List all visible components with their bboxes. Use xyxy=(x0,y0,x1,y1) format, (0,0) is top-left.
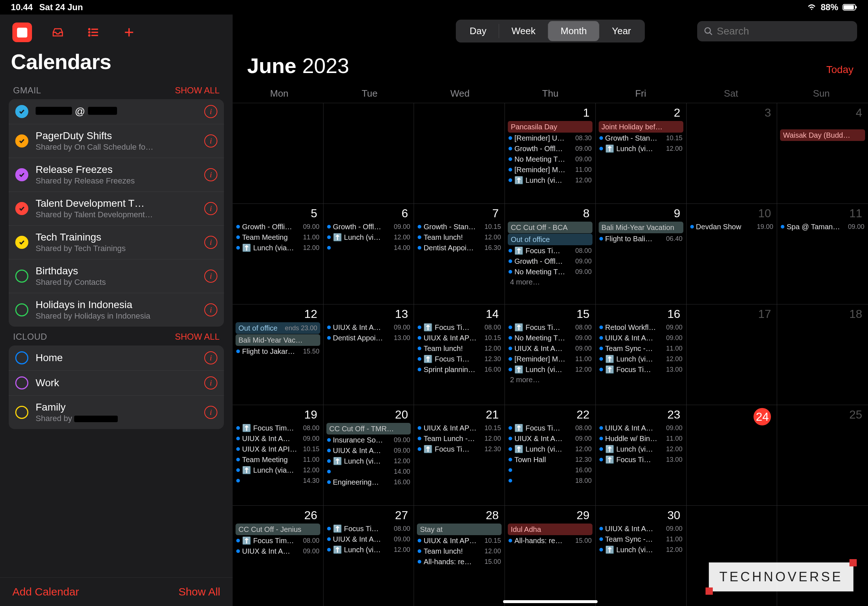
event-row[interactable]: ⬆️ Lunch (vi…12.00 xyxy=(599,354,684,364)
calendar-view-button[interactable] xyxy=(12,23,32,42)
account-show-all[interactable]: SHOW ALL xyxy=(175,332,220,342)
segment-month[interactable]: Month xyxy=(548,21,599,41)
event-bar[interactable]: Bali Mid-Year Vacation xyxy=(599,222,684,233)
day-cell[interactable]: 26CC Cut Off - Jenius⬆️ Focus Tim…08.00U… xyxy=(232,506,324,606)
day-cell[interactable]: 22⬆️ Focus Ti…08.00UIUX & Int A…09.00⬆️ … xyxy=(505,405,596,506)
event-row[interactable]: Growth - Offli…09.00 xyxy=(236,222,320,232)
event-row[interactable]: Team Meeting11.00 xyxy=(236,454,320,465)
day-cell[interactable]: 5Growth - Offli…09.00Team Meeting11.00⬆️… xyxy=(232,204,324,304)
event-row[interactable]: Team Meeting11.00 xyxy=(236,232,320,242)
event-row[interactable]: ⬆️ Focus Ti…12.30 xyxy=(417,354,502,364)
calendar-item[interactable]: Holidays in IndonesiaShared by Holidays … xyxy=(9,293,224,327)
event-row[interactable]: ⬆️ Lunch (vi…12.00 xyxy=(599,544,684,555)
event-row[interactable]: UIUX & Int A…09.00 xyxy=(236,433,320,444)
event-row[interactable]: No Meeting T…09.00 xyxy=(508,267,592,277)
event-row[interactable]: Town Hall12.30 xyxy=(508,454,592,465)
day-cell[interactable]: 21UIUX & Int AP…10.15Team Lunch -…12.00⬆… xyxy=(414,405,505,506)
event-row[interactable]: ⬆️ Lunch (vi…12.00 xyxy=(508,175,592,185)
event-row[interactable]: All-hands: re…15.00 xyxy=(508,535,592,546)
event-row[interactable]: Growth - Offl…09.00 xyxy=(326,222,411,232)
day-cell[interactable]: 18 xyxy=(777,304,868,405)
event-row[interactable]: Growth - Stan…10.15 xyxy=(417,222,502,232)
info-icon[interactable]: i xyxy=(204,406,217,419)
day-cell[interactable]: 13UIUX & Int A…09.00Dentist Appoi…13.00 xyxy=(324,304,414,405)
calendar-checkbox[interactable] xyxy=(15,303,28,317)
calendar-item[interactable]: BirthdaysShared by Contactsi xyxy=(9,260,224,293)
event-bar[interactable]: Out of office xyxy=(508,233,592,245)
day-cell[interactable]: 8CC Cut Off - BCAOut of office⬆️ Focus T… xyxy=(505,204,596,304)
event-row[interactable]: UIUX & Int A…09.00 xyxy=(508,343,592,354)
event-row[interactable]: ⬆️ Focus Ti…08.00 xyxy=(417,322,502,332)
event-row[interactable]: Retool Workfl…09.00 xyxy=(599,322,684,332)
event-row[interactable]: Sprint plannin…16.00 xyxy=(417,365,502,374)
event-bar[interactable]: Bali Mid-Year Vac… xyxy=(236,334,320,346)
calendar-item[interactable]: Tech TrainingsShared by Tech Trainingsi xyxy=(9,226,224,260)
day-cell[interactable]: 1Pancasila Day[Reminder] U…08.30Growth -… xyxy=(505,103,596,204)
event-row[interactable]: All-hands: re…15.00 xyxy=(417,557,502,567)
event-row[interactable]: Growth - Offl…09.00 xyxy=(508,256,592,266)
event-bar[interactable]: Out of officeends 23.00 xyxy=(236,322,320,334)
event-row[interactable]: UIUX & Int A…09.00 xyxy=(326,322,411,332)
info-icon[interactable]: i xyxy=(204,105,217,118)
calendar-item[interactable]: FamilyShared by i xyxy=(9,396,224,429)
event-row[interactable]: 18.00 xyxy=(508,476,592,486)
segment-day[interactable]: Day xyxy=(457,21,499,41)
event-row[interactable]: ⬆️ Lunch (via…12.00 xyxy=(236,243,320,253)
event-row[interactable]: ⬆️ Focus Tim…08.00 xyxy=(236,535,320,546)
calendar-checkbox[interactable] xyxy=(15,351,28,365)
event-row[interactable]: Flight to Jakar…15.50 xyxy=(236,346,320,356)
month-grid[interactable]: 1Pancasila Day[Reminder] U…08.30Growth -… xyxy=(232,103,868,606)
event-row[interactable]: No Meeting T…09.00 xyxy=(508,154,592,164)
event-row[interactable]: [Reminder] M…11.00 xyxy=(508,354,592,364)
event-row[interactable]: UIUX & Int AP…10.15 xyxy=(417,333,502,343)
event-row[interactable]: [Reminder] U…08.30 xyxy=(508,133,592,143)
account-show-all[interactable]: SHOW ALL xyxy=(175,85,220,96)
day-cell[interactable]: 20CC Cut Off - TMR…Insurance So…09.00UIU… xyxy=(324,405,414,506)
event-row[interactable]: 16.00 xyxy=(508,465,592,475)
info-icon[interactable]: i xyxy=(204,168,217,181)
event-row[interactable]: Team Sync -…11.00 xyxy=(599,343,684,354)
add-button[interactable] xyxy=(119,23,139,42)
info-icon[interactable]: i xyxy=(204,303,217,317)
event-row[interactable]: Team lunch!12.00 xyxy=(417,343,502,354)
calendar-checkbox[interactable] xyxy=(15,376,28,390)
event-row[interactable]: UIUX & Int A…09.00 xyxy=(326,534,411,544)
event-row[interactable]: Huddle w/ Bin…11.00 xyxy=(599,433,684,444)
event-row[interactable]: UIUX & Int A…09.00 xyxy=(236,546,320,556)
event-row[interactable]: Growth - Offl…09.00 xyxy=(508,144,592,154)
event-row[interactable]: ⬆️ Focus Ti…13.00 xyxy=(599,454,684,465)
info-icon[interactable]: i xyxy=(204,351,217,365)
calendar-item[interactable]: Homei xyxy=(9,346,224,371)
event-row[interactable]: Team lunch!12.00 xyxy=(417,232,502,242)
day-cell[interactable]: 28Stay atUIUX & Int AP…10.15Team lunch!1… xyxy=(414,506,505,606)
event-row[interactable]: Spa @ Taman…09.00 xyxy=(780,222,865,232)
event-row[interactable]: 14.30 xyxy=(236,476,320,486)
event-row[interactable]: UIUX & Int A…09.00 xyxy=(508,433,592,444)
day-cell[interactable]: 25 xyxy=(777,405,868,506)
day-cell[interactable]: 15⬆️ Focus Ti…08.00No Meeting T…09.00UIU… xyxy=(505,304,596,405)
event-row[interactable]: ⬆️ Lunch (vi…12.00 xyxy=(599,144,684,154)
day-cell[interactable]: 27⬆️ Focus Ti…08.00UIUX & Int A…09.00⬆️ … xyxy=(324,506,414,606)
event-row[interactable]: ⬆️ Focus Ti…08.00 xyxy=(508,423,592,433)
more-events[interactable]: 4 more… xyxy=(508,277,592,287)
event-row[interactable]: Dentist Appoi…16.30 xyxy=(417,243,502,253)
day-cell[interactable]: 16Retool Workfl…09.00UIUX & Int A…09.00T… xyxy=(596,304,687,405)
event-row[interactable]: UIUX & Int AP…10.15 xyxy=(417,535,502,546)
event-row[interactable]: UIUX & Int A…09.00 xyxy=(599,333,684,343)
event-bar[interactable]: CC Cut Off - Jenius xyxy=(236,524,320,535)
event-row[interactable]: Dentist Appoi…13.00 xyxy=(326,333,411,343)
day-cell[interactable]: 7Growth - Stan…10.15Team lunch!12.00Dent… xyxy=(414,204,505,304)
event-bar[interactable]: Stay at xyxy=(417,524,502,535)
calendar-checkbox[interactable] xyxy=(15,134,28,147)
day-cell[interactable]: 6Growth - Offl…09.00⬆️ Lunch (vi…12.0014… xyxy=(324,204,414,304)
calendar-item[interactable]: Talent Development T…Shared by Talent De… xyxy=(9,192,224,226)
show-all-link[interactable]: Show All xyxy=(178,586,220,598)
day-cell[interactable]: 24 xyxy=(687,405,778,506)
calendar-item[interactable]: Worki xyxy=(9,371,224,396)
calendar-item[interactable]: Release FreezesShared by Release Freezes… xyxy=(9,158,224,192)
day-cell[interactable]: 30UIUX & Int A…09.00Team Sync -…11.00⬆️ … xyxy=(596,506,687,606)
event-bar[interactable]: Joint Holiday bef… xyxy=(599,121,684,133)
event-row[interactable]: 14.00 xyxy=(326,467,411,477)
day-cell[interactable]: 12Out of officeends 23.00Bali Mid-Year V… xyxy=(232,304,324,405)
more-events[interactable]: 2 more… xyxy=(508,375,592,385)
